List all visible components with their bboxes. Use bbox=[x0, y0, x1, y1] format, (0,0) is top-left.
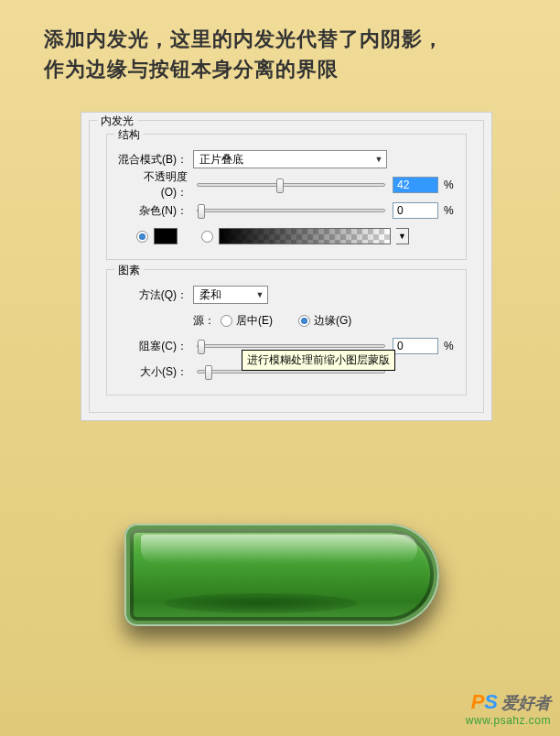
watermark-cn: 爱好者 bbox=[501, 694, 551, 712]
intro-line2: 作为边缘与按钮本身分离的界限 bbox=[44, 58, 339, 81]
watermark-url: www.psahz.com bbox=[466, 714, 551, 727]
watermark-p: P bbox=[471, 690, 485, 713]
size-label: 大小(S)： bbox=[118, 364, 193, 380]
opacity-row: 不透明度(O)： % bbox=[118, 175, 455, 195]
noise-input[interactable] bbox=[393, 202, 438, 219]
opacity-input[interactable] bbox=[393, 177, 438, 193]
choke-slider[interactable] bbox=[197, 344, 385, 348]
watermark: PS爱好者 www.psahz.com bbox=[466, 690, 551, 727]
solid-color-radio[interactable] bbox=[136, 231, 148, 243]
method-row: 方法(Q)： 柔和 ▼ bbox=[118, 285, 455, 305]
chevron-down-icon[interactable]: ▼ bbox=[396, 228, 409, 244]
chevron-down-icon: ▼ bbox=[253, 287, 267, 303]
gradient-radio[interactable] bbox=[201, 231, 213, 243]
gradient-swatch[interactable] bbox=[219, 228, 391, 244]
green-button-preview bbox=[124, 524, 439, 626]
watermark-s: S bbox=[484, 690, 498, 713]
structure-legend: 结构 bbox=[114, 127, 144, 143]
edge-radio-label[interactable]: 边缘(G) bbox=[298, 313, 351, 329]
opacity-label: 不透明度(O)： bbox=[118, 169, 193, 200]
center-text: 居中(E) bbox=[236, 313, 273, 329]
source-row: 源： 居中(E) 边缘(G) bbox=[118, 310, 455, 330]
solid-color-swatch[interactable] bbox=[154, 228, 178, 244]
method-label: 方法(Q)： bbox=[118, 287, 193, 303]
color-source-row: ▼ bbox=[118, 228, 455, 244]
choke-label: 阻塞(C)： bbox=[118, 339, 193, 354]
intro-line1: 添加内发光，这里的内发光代替了内阴影， bbox=[44, 27, 444, 50]
noise-unit: % bbox=[438, 204, 455, 217]
noise-label: 杂色(N)： bbox=[118, 203, 193, 219]
slider-thumb-icon[interactable] bbox=[198, 340, 205, 354]
noise-row: 杂色(N)： % bbox=[118, 200, 455, 221]
elements-fieldset: 图素 方法(Q)： 柔和 ▼ 源： 居中(E) 边缘(G) bbox=[106, 269, 467, 395]
choke-unit: % bbox=[438, 340, 455, 352]
blend-mode-combo[interactable]: 正片叠底 ▼ bbox=[193, 150, 387, 168]
intro-text: 添加内发光，这里的内发光代替了内阴影， 作为边缘与按钮本身分离的界限 bbox=[0, 0, 560, 84]
blend-mode-row: 混合模式(B)： 正片叠底 ▼ bbox=[118, 149, 455, 169]
watermark-brand: PS爱好者 bbox=[466, 690, 551, 714]
chevron-down-icon: ▼ bbox=[372, 151, 386, 168]
blend-mode-value: 正片叠底 bbox=[194, 152, 372, 168]
opacity-unit: % bbox=[438, 179, 455, 191]
method-value: 柔和 bbox=[194, 287, 253, 303]
structure-fieldset: 结构 混合模式(B)： 正片叠底 ▼ 不透明度(O)： % 杂色(N)： bbox=[106, 134, 467, 260]
choke-input[interactable] bbox=[393, 338, 438, 354]
opacity-slider[interactable] bbox=[197, 183, 385, 187]
slider-thumb-icon[interactable] bbox=[205, 365, 212, 380]
blend-mode-label: 混合模式(B)： bbox=[118, 152, 193, 168]
slider-thumb-icon[interactable] bbox=[276, 179, 284, 193]
edge-text: 边缘(G) bbox=[314, 313, 351, 329]
method-combo[interactable]: 柔和 ▼ bbox=[193, 286, 268, 304]
noise-slider[interactable] bbox=[197, 209, 385, 212]
source-label: 源： bbox=[118, 313, 221, 329]
slider-thumb-icon[interactable] bbox=[198, 204, 205, 219]
center-radio-label[interactable]: 居中(E) bbox=[221, 313, 273, 329]
size-tooltip: 进行模糊处理前缩小图层蒙版 bbox=[242, 350, 395, 371]
edge-radio[interactable] bbox=[298, 315, 310, 327]
elements-legend: 图素 bbox=[114, 263, 144, 278]
center-radio[interactable] bbox=[221, 315, 232, 327]
inner-glow-panel: 内发光 结构 混合模式(B)： 正片叠底 ▼ 不透明度(O)： % 杂色(N)： bbox=[81, 112, 492, 421]
